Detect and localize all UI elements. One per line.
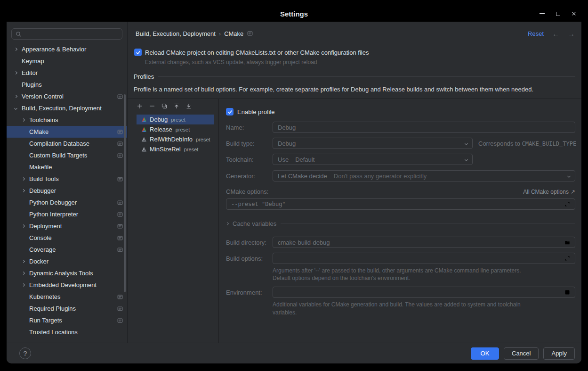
cmake-icon (141, 117, 147, 123)
sidebar-item-label: Docker (29, 258, 48, 265)
folder-icon[interactable] (564, 239, 570, 245)
sidebar-item-cmake[interactable]: CMake (7, 126, 127, 138)
generator-select[interactable]: Let CMake decide Don't pass any generato… (273, 170, 575, 181)
titlebar: Settings (0, 0, 588, 22)
sidebar-item-debugger[interactable]: Debugger (7, 185, 127, 197)
sidebar-item-label: Build Tools (29, 175, 59, 182)
editor-badge-icon (117, 153, 123, 158)
editor-badge-icon (117, 306, 123, 312)
chevron-right-icon (22, 283, 25, 287)
expand-icon[interactable] (564, 201, 570, 207)
forward-arrow-icon[interactable]: → (568, 30, 575, 38)
sidebar-item-version-control[interactable]: Version Control (7, 91, 127, 102)
sidebar-item-editor[interactable]: Editor (7, 67, 127, 79)
environment-field[interactable] (273, 287, 575, 298)
build-type-select[interactable]: Debug (273, 138, 473, 149)
profile-preset-tag: preset (184, 147, 199, 152)
sidebar-item-python-debugger[interactable]: Python Debugger (7, 197, 127, 208)
sidebar-item-build-execution-deployment[interactable]: Build, Execution, Deployment (7, 102, 127, 114)
all-cmake-options-link[interactable]: All CMake options ↗ (523, 189, 575, 195)
back-arrow-icon[interactable]: ← (552, 30, 559, 38)
apply-button[interactable]: Apply (543, 347, 575, 360)
build-directory-value: cmake-build-debug (278, 239, 330, 246)
sidebar-item-console[interactable]: Console (7, 232, 127, 244)
sidebar-item-coverage[interactable]: Coverage (7, 244, 127, 256)
sidebar-item-makefile[interactable]: Makefile (7, 161, 127, 173)
sidebar-item-kubernetes[interactable]: Kubernetes (7, 291, 127, 303)
expand-icon[interactable] (564, 256, 570, 261)
close-icon (572, 11, 576, 16)
sidebar-item-label: Trusted Locations (29, 329, 78, 336)
build-options-field[interactable] (273, 253, 575, 264)
settings-search-input[interactable] (11, 28, 122, 40)
sidebar-item-docker[interactable]: Docker (7, 256, 127, 267)
settings-content: Build, Execution, Deployment › CMake Res… (127, 22, 581, 343)
maximize-icon (556, 12, 560, 16)
sidebar-item-toolchains[interactable]: Toolchains (7, 114, 127, 126)
minimize-button[interactable] (539, 11, 545, 16)
cache-variables-toggle[interactable]: Cache variables (226, 220, 575, 227)
sidebar-item-appearance-behavior[interactable]: Appearance & Behavior (7, 43, 127, 55)
sidebar-item-compilation-database[interactable]: Compilation Database (7, 138, 127, 149)
profiles-list-panel: DebugpresetReleasepresetRelWithDebInfopr… (128, 99, 219, 343)
sidebar-item-dynamic-analysis-tools[interactable]: Dynamic Analysis Tools (7, 267, 127, 279)
sidebar-item-custom-build-targets[interactable]: Custom Build Targets (7, 149, 127, 161)
sidebar-item-deployment[interactable]: Deployment (7, 220, 127, 232)
breadcrumb-parent[interactable]: Build, Execution, Deployment (136, 30, 216, 37)
name-label: Name: (226, 124, 273, 131)
toolchain-label: Toolchain: (226, 156, 273, 163)
environment-help: Additional variables for CMake generatio… (273, 301, 536, 316)
copy-button[interactable] (161, 102, 168, 110)
remove-button[interactable] (148, 102, 156, 110)
profile-item-minsizerel[interactable]: MinSizeRelpreset (137, 144, 214, 154)
editor-badge-icon (117, 212, 123, 217)
profile-item-debug[interactable]: Debugpreset (137, 115, 214, 124)
window-title: Settings (0, 6, 588, 22)
sidebar-scrollbar[interactable] (124, 94, 126, 292)
editor-badge-icon (117, 200, 123, 206)
sidebar-item-label: CMake (29, 128, 48, 135)
profile-item-relwithdebinfo[interactable]: RelWithDebInfopreset (137, 134, 214, 144)
cmake-icon (141, 147, 147, 152)
settings-window: Settings Appearance & BehaviorKeymapEdit… (0, 0, 588, 371)
sidebar-item-required-plugins[interactable]: Required Plugins (7, 303, 127, 314)
sidebar-item-embedded-development[interactable]: Embedded Development (7, 279, 127, 291)
variables-list-icon[interactable] (564, 289, 570, 295)
move-down-button[interactable] (185, 102, 193, 110)
toolchain-value: Default (295, 156, 314, 163)
close-button[interactable] (571, 11, 577, 16)
cmake-options-label: CMake options: (226, 188, 268, 195)
add-icon[interactable] (554, 201, 559, 207)
sidebar-item-plugins[interactable]: Plugins (7, 79, 127, 91)
sidebar-item-label: Deployment (29, 223, 62, 230)
sidebar-item-label: Appearance & Behavior (22, 46, 86, 53)
sidebar-item-label: Build, Execution, Deployment (22, 105, 102, 112)
sidebar-item-label: Compilation Database (29, 140, 89, 147)
move-up-button[interactable] (173, 102, 180, 110)
separator-line (158, 76, 575, 77)
cmake-options-field[interactable]: --preset "Debug" (226, 198, 575, 210)
sidebar-item-python-interpreter[interactable]: Python Interpreter (7, 208, 127, 220)
ok-button[interactable]: OK (471, 347, 499, 360)
profile-item-release[interactable]: Releasepreset (137, 124, 214, 134)
reset-link[interactable]: Reset (528, 30, 544, 37)
sidebar-item-label: Makefile (29, 164, 52, 171)
maximize-button[interactable] (555, 11, 561, 16)
breadcrumb-current: CMake (224, 30, 243, 37)
editor-badge-icon (117, 294, 123, 300)
toolchain-select[interactable]: Use Default (273, 154, 473, 165)
build-directory-field[interactable]: cmake-build-debug (273, 237, 575, 248)
name-field[interactable]: Debug (273, 122, 575, 133)
sidebar-item-run-targets[interactable]: Run Targets (7, 314, 127, 326)
reload-cmake-checkbox[interactable] (134, 49, 142, 56)
cancel-button[interactable]: Cancel (504, 347, 539, 360)
settings-tree: Appearance & BehaviorKeymapEditorPlugins… (7, 43, 127, 338)
help-button[interactable]: ? (19, 347, 31, 359)
window-controls (539, 6, 577, 22)
enable-profile-checkbox[interactable] (226, 108, 234, 115)
add-button[interactable] (136, 102, 144, 110)
sidebar-item-build-tools[interactable]: Build Tools (7, 173, 127, 185)
sidebar-item-keymap[interactable]: Keymap (7, 55, 127, 67)
sidebar-item-trusted-locations[interactable]: Trusted Locations (7, 326, 127, 338)
cmake-build-type-var: CMAKE_BUILD_TYPE (522, 140, 577, 147)
